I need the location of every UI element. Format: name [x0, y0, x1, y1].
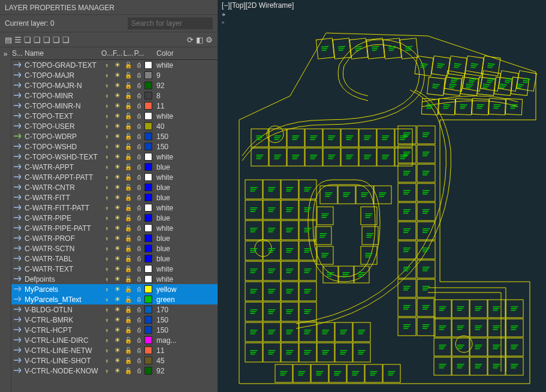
- color-label[interactable]: 170: [154, 306, 218, 314]
- bulb-icon[interactable]: ♀: [101, 306, 112, 313]
- color-label[interactable]: 150: [154, 326, 218, 334]
- sun-icon[interactable]: ☀: [112, 275, 123, 283]
- plot-icon[interactable]: ⎙: [134, 153, 144, 160]
- sun-icon[interactable]: ☀: [112, 143, 123, 150]
- col-header-on[interactable]: O...: [101, 49, 112, 58]
- layer-row[interactable]: Defpoints♀☀🔓⎙white: [11, 274, 218, 284]
- layer-row[interactable]: C-WATR-PIPE♀☀🔓⎙blue: [11, 213, 218, 223]
- color-swatch[interactable]: [144, 224, 152, 232]
- plot-icon[interactable]: ⎙: [134, 82, 144, 89]
- sun-icon[interactable]: ☀: [112, 326, 123, 334]
- layer-row[interactable]: C-TOPO-MAJR♀☀🔓⎙9: [11, 70, 218, 80]
- plot-icon[interactable]: ⎙: [134, 266, 144, 272]
- bulb-icon[interactable]: ♀: [101, 225, 112, 232]
- color-swatch[interactable]: [144, 204, 152, 212]
- color-label[interactable]: yellow: [154, 285, 218, 294]
- layer-name[interactable]: V-CTRL-LINE-DIRC: [23, 336, 101, 345]
- layer-row[interactable]: C-TOPO-GRAD-TEXT♀☀🔓⎙white: [11, 60, 218, 70]
- plot-icon[interactable]: ⎙: [134, 62, 144, 68]
- layer-name[interactable]: C-TOPO-TEXT: [23, 112, 101, 120]
- layer-row[interactable]: C-WATR-PROF♀☀🔓⎙blue: [11, 233, 218, 243]
- lock-icon[interactable]: 🔓: [123, 266, 134, 272]
- layer-row[interactable]: C-TOPO-WDRP♀☀🔓⎙150: [11, 131, 218, 141]
- layer-row[interactable]: V-CTRL-LINE-NETW♀☀🔓⎙11: [11, 345, 218, 355]
- plot-icon[interactable]: ⎙: [134, 255, 144, 262]
- lock-icon[interactable]: 🔓: [123, 367, 134, 374]
- lock-icon[interactable]: 🔓: [123, 133, 134, 140]
- color-label[interactable]: blue: [154, 255, 218, 263]
- lock-icon[interactable]: 🔓: [123, 255, 134, 262]
- color-swatch[interactable]: [144, 275, 152, 283]
- lock-icon[interactable]: 🔓: [123, 153, 134, 160]
- lock-icon[interactable]: 🔓: [123, 296, 134, 303]
- sun-icon[interactable]: ☀: [112, 194, 123, 201]
- layer-name[interactable]: C-WATR-TABL: [23, 255, 101, 263]
- sun-icon[interactable]: ☀: [112, 204, 123, 212]
- layer-name[interactable]: C-WATR-SCTN: [23, 245, 101, 253]
- color-label[interactable]: blue: [154, 194, 218, 202]
- col-header-lock[interactable]: L...: [123, 49, 134, 58]
- lock-icon[interactable]: 🔓: [123, 347, 134, 354]
- plot-icon[interactable]: ⎙: [134, 276, 144, 282]
- layer-name[interactable]: V-CTRL-HCPT: [23, 326, 101, 334]
- sun-icon[interactable]: ☀: [112, 367, 123, 375]
- layer-row[interactable]: MyParcels_MText♀☀🔓⎙green: [11, 294, 218, 304]
- bulb-icon[interactable]: ♀: [101, 194, 112, 201]
- search-input[interactable]: [128, 17, 213, 29]
- lock-icon[interactable]: 🔓: [123, 102, 134, 109]
- color-swatch[interactable]: [144, 316, 152, 324]
- sun-icon[interactable]: ☀: [112, 112, 123, 120]
- col-header-freeze[interactable]: F...: [112, 49, 123, 58]
- color-label[interactable]: 92: [154, 82, 218, 90]
- color-label[interactable]: 8: [154, 92, 218, 100]
- layer-row[interactable]: C-TOPO-MAJR-N♀☀🔓⎙92: [11, 80, 218, 91]
- layer-name[interactable]: C-WATR-APPT-PATT: [23, 173, 101, 182]
- layer-row[interactable]: C-WATR-CNTR♀☀🔓⎙blue: [11, 182, 218, 192]
- layer-name[interactable]: V-CTRL-LINE-SHOT: [23, 357, 101, 365]
- sun-icon[interactable]: ☀: [112, 265, 123, 273]
- lock-icon[interactable]: 🔓: [123, 174, 134, 180]
- bulb-icon[interactable]: ♀: [101, 204, 112, 212]
- color-label[interactable]: green: [154, 295, 218, 304]
- lock-icon[interactable]: 🔓: [123, 194, 134, 201]
- plot-icon[interactable]: ⎙: [134, 316, 144, 323]
- sun-icon[interactable]: ☀: [112, 285, 123, 293]
- lock-icon[interactable]: 🔓: [123, 357, 134, 364]
- layer-name[interactable]: C-TOPO-USER: [23, 122, 101, 131]
- layer-name[interactable]: C-TOPO-WSHD-TEXT: [23, 153, 101, 161]
- layer-row[interactable]: C-WATR-SCTN♀☀🔓⎙blue: [11, 243, 218, 254]
- layer-row[interactable]: C-TOPO-MINR-N♀☀🔓⎙11: [11, 101, 218, 111]
- sun-icon[interactable]: ☀: [112, 316, 123, 324]
- plot-icon[interactable]: ⎙: [134, 204, 144, 211]
- color-label[interactable]: white: [154, 275, 218, 284]
- lock-icon[interactable]: 🔓: [123, 276, 134, 282]
- plot-icon[interactable]: ⎙: [134, 164, 144, 170]
- layer-row[interactable]: C-TOPO-WSHD♀☀🔓⎙150: [11, 141, 218, 152]
- layer-name[interactable]: V-CTRL-NODE-KNOW: [23, 367, 101, 375]
- sun-icon[interactable]: ☀: [112, 357, 123, 364]
- layer-states-4-icon[interactable]: ❏: [52, 35, 61, 44]
- layer-row[interactable]: V-CTRL-LINE-SHOT♀☀🔓⎙45: [11, 355, 218, 366]
- color-swatch[interactable]: [144, 183, 152, 191]
- layer-name[interactable]: V-CTRL-LINE-NETW: [23, 346, 101, 355]
- sun-icon[interactable]: ☀: [112, 153, 123, 161]
- color-swatch[interactable]: [144, 92, 152, 99]
- color-label[interactable]: white: [154, 61, 218, 70]
- layer-name[interactable]: C-TOPO-WSHD: [23, 143, 101, 151]
- layer-name[interactable]: MyParcels_MText: [23, 295, 101, 304]
- bulb-icon[interactable]: ♀: [101, 62, 112, 69]
- lock-icon[interactable]: 🔓: [123, 215, 134, 221]
- bulb-icon[interactable]: ♀: [101, 153, 112, 161]
- color-swatch[interactable]: [144, 326, 152, 334]
- sun-icon[interactable]: ☀: [112, 132, 123, 140]
- layer-name[interactable]: C-WATR-CNTR: [23, 183, 101, 192]
- layer-name[interactable]: C-WATR-FITT-PATT: [23, 204, 101, 212]
- bulb-icon[interactable]: ♀: [101, 72, 112, 79]
- color-label[interactable]: 40: [154, 122, 218, 131]
- plot-icon[interactable]: ⎙: [134, 194, 144, 201]
- bulb-icon[interactable]: ♀: [101, 296, 112, 303]
- color-label[interactable]: white: [154, 112, 218, 120]
- lock-icon[interactable]: 🔓: [123, 316, 134, 323]
- plot-icon[interactable]: ⎙: [134, 367, 144, 374]
- color-label[interactable]: white: [154, 173, 218, 182]
